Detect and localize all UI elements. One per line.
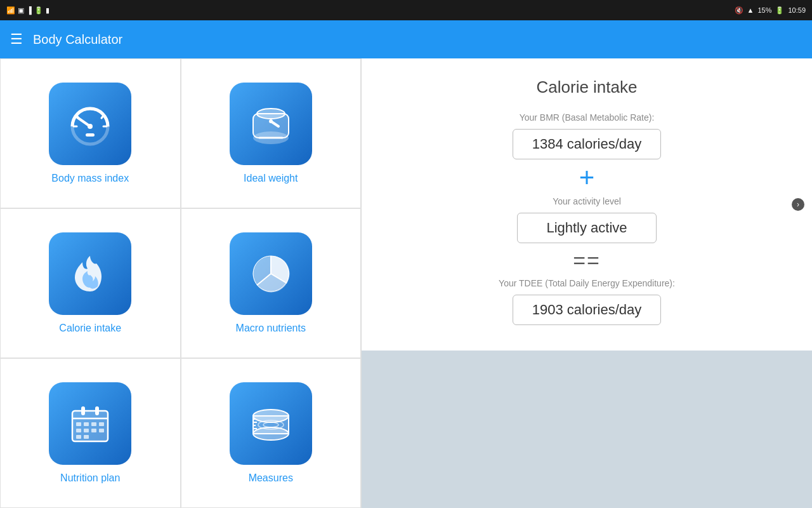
tdee-value-box: 1903 calories/day xyxy=(513,295,661,325)
ideal-weight-label: Ideal weight xyxy=(244,173,298,184)
macro-icon-container xyxy=(230,232,312,315)
svg-rect-25 xyxy=(91,422,96,426)
tdee-label: Your TDEE (Total Daily Energy Expenditur… xyxy=(499,278,675,288)
status-icons-left: 📶 ▣ ▐ 🔋 ▮ xyxy=(6,6,49,15)
nutrition-label: Nutrition plan xyxy=(60,472,120,484)
svg-rect-22 xyxy=(95,406,99,415)
battery-percent: 15% xyxy=(757,6,771,14)
activity-value-box[interactable]: Lightly active xyxy=(517,213,657,243)
flame-icon xyxy=(65,248,115,299)
calendar-icon xyxy=(65,398,115,449)
svg-rect-23 xyxy=(76,422,81,426)
grid-item-calorie[interactable]: Calorie intake xyxy=(0,208,181,358)
equals-sign: == xyxy=(573,248,601,273)
grid-item-ideal-weight[interactable]: Ideal weight xyxy=(181,58,362,208)
plus-sign: + xyxy=(579,164,595,191)
measures-label: Measures xyxy=(249,472,293,484)
tdee-value: 1903 calories/day xyxy=(532,302,641,318)
battery-low-icon: 🔋 xyxy=(34,6,43,15)
grid-item-bmi[interactable]: Body mass index xyxy=(0,58,181,208)
measures-icon-container xyxy=(230,382,312,465)
svg-rect-29 xyxy=(91,429,96,432)
calorie-intake-panel: Calorie intake Your BMR (Basal Metabolic… xyxy=(362,58,812,351)
svg-rect-24 xyxy=(84,422,89,426)
activity-value: Lightly active xyxy=(546,220,627,236)
main-content: Body mass index Ideal weight xyxy=(0,58,812,508)
tape-measure-icon xyxy=(246,398,296,449)
activity-label: Your activity level xyxy=(553,196,621,206)
grid-item-nutrition[interactable]: Nutrition plan xyxy=(0,358,181,508)
nutrition-icon-container xyxy=(49,382,131,465)
battery-icon: ▮ xyxy=(46,6,49,15)
app-title: Body Calculator xyxy=(33,32,122,47)
phone-icon: 📶 xyxy=(6,6,15,15)
bmi-label: Body mass index xyxy=(51,173,129,184)
svg-rect-32 xyxy=(84,435,89,439)
mute-icon: 🔇 xyxy=(735,6,743,15)
battery-visual-icon: 🔋 xyxy=(775,6,784,15)
grid-item-macro[interactable]: Macro nutrients xyxy=(181,208,362,358)
wifi-icon: ▲ xyxy=(747,6,754,14)
bmr-value: 1384 calories/day xyxy=(532,136,641,152)
scroll-indicator[interactable]: › xyxy=(792,198,804,211)
svg-point-11 xyxy=(257,109,285,119)
svg-point-13 xyxy=(269,119,273,123)
macro-label: Macro nutrients xyxy=(236,323,306,334)
speedometer-icon xyxy=(65,98,115,149)
scale-icon xyxy=(246,98,296,149)
svg-rect-27 xyxy=(76,429,81,432)
ideal-weight-icon-container xyxy=(230,83,312,165)
svg-line-8 xyxy=(102,116,103,118)
signal-bars-icon: ▐ xyxy=(27,6,32,14)
svg-rect-21 xyxy=(81,406,85,415)
status-icons-right: 🔇 ▲ 15% 🔋 10:59 xyxy=(735,6,806,15)
right-panel: Calorie intake Your BMR (Basal Metabolic… xyxy=(362,58,812,508)
lower-gray-section xyxy=(362,351,812,508)
calorie-label: Calorie intake xyxy=(59,323,121,334)
svg-rect-26 xyxy=(99,422,104,426)
svg-point-3 xyxy=(88,124,93,129)
svg-rect-28 xyxy=(84,429,89,432)
status-bar: 📶 ▣ ▐ 🔋 ▮ 🔇 ▲ 15% 🔋 10:59 xyxy=(0,0,812,20)
calorie-intake-title: Calorie intake xyxy=(537,77,638,97)
grid-item-measures[interactable]: Measures xyxy=(181,358,362,508)
bmr-label: Your BMR (Basal Metabolic Rate): xyxy=(520,112,655,123)
left-grid-panel: Body mass index Ideal weight xyxy=(0,58,362,508)
svg-rect-30 xyxy=(99,429,104,432)
sim-icon: ▣ xyxy=(18,6,24,15)
svg-rect-31 xyxy=(76,435,81,439)
menu-button[interactable]: ☰ xyxy=(10,31,23,48)
clock: 10:59 xyxy=(788,6,806,14)
svg-rect-4 xyxy=(86,133,95,137)
bmr-value-box: 1384 calories/day xyxy=(513,129,661,159)
app-bar: ☰ Body Calculator xyxy=(0,20,812,58)
bmi-icon-container xyxy=(49,83,131,165)
pie-chart-icon xyxy=(246,248,296,299)
calorie-icon-container xyxy=(49,232,131,315)
